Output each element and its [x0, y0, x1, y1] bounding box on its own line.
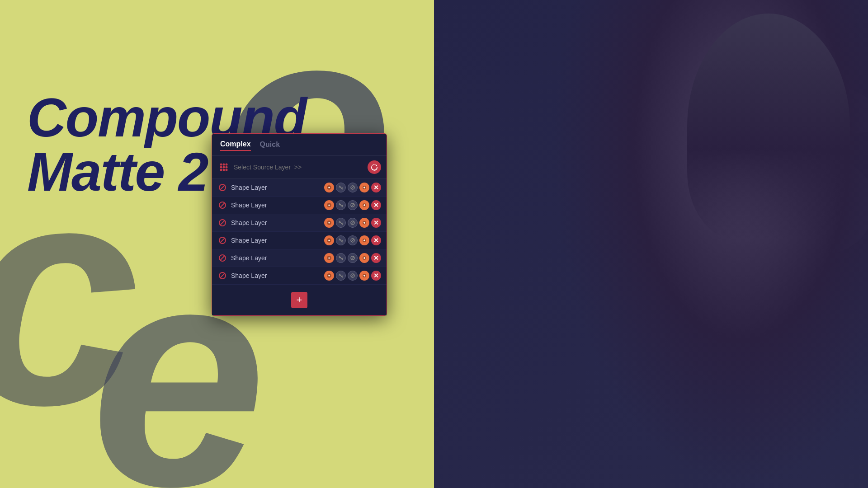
tab-complex[interactable]: Complex [220, 140, 251, 151]
svg-line-12 [339, 186, 343, 189]
layer-row: Shape Layer ✕ [212, 179, 387, 197]
layer-icon [217, 218, 227, 228]
layer-actions: ✕ [324, 253, 381, 263]
action-btn-3[interactable] [348, 218, 358, 228]
layers-list: Shape Layer ✕ [212, 179, 387, 285]
action-btn-1[interactable] [324, 271, 334, 281]
layer-row: Shape Layer ✕ [212, 267, 387, 285]
layer-name: Shape Layer [231, 272, 321, 279]
svg-point-8 [226, 169, 228, 171]
svg-line-38 [220, 256, 225, 260]
action-btn-2[interactable] [336, 253, 346, 263]
action-btn-4[interactable] [359, 218, 369, 228]
layer-row: Shape Layer ✕ [212, 197, 387, 214]
action-btn-1[interactable] [324, 253, 334, 263]
action-btn-2[interactable] [336, 235, 346, 245]
svg-point-3 [220, 166, 222, 169]
svg-line-17 [220, 203, 225, 207]
svg-point-2 [226, 164, 228, 166]
action-btn-close[interactable]: ✕ [371, 271, 381, 281]
layer-icon [217, 253, 227, 263]
svg-point-7 [223, 169, 225, 171]
layer-row: Shape Layer ✕ [212, 249, 387, 267]
action-btn-3[interactable] [348, 253, 358, 263]
source-layer-input[interactable] [234, 164, 364, 171]
action-btn-3[interactable] [348, 200, 358, 210]
svg-point-5 [226, 166, 228, 169]
layer-name: Shape Layer [231, 254, 321, 262]
svg-point-1 [223, 164, 225, 166]
action-btn-2[interactable] [336, 183, 346, 192]
layer-name: Shape Layer [231, 202, 321, 209]
action-btn-close[interactable]: ✕ [371, 183, 381, 192]
layer-actions: ✕ [324, 183, 381, 192]
action-btn-4[interactable] [359, 183, 369, 192]
svg-line-14 [351, 186, 354, 189]
action-btn-1[interactable] [324, 218, 334, 228]
layer-name: Shape Layer [231, 184, 321, 191]
svg-line-42 [351, 257, 354, 259]
source-layer-row [212, 156, 387, 179]
svg-line-47 [339, 274, 343, 277]
action-btn-1[interactable] [324, 183, 334, 192]
action-btn-2[interactable] [336, 200, 346, 210]
svg-point-0 [220, 164, 222, 166]
svg-line-24 [220, 221, 225, 225]
layer-icon [217, 235, 227, 245]
dots-icon [217, 161, 230, 174]
svg-line-49 [351, 274, 354, 277]
plugin-panel: Complex Quick [212, 133, 387, 316]
action-btn-close[interactable]: ✕ [371, 218, 381, 228]
action-btn-3[interactable] [348, 271, 358, 281]
action-btn-close[interactable]: ✕ [371, 235, 381, 245]
svg-line-33 [339, 239, 343, 242]
action-btn-2[interactable] [336, 218, 346, 228]
layer-actions: ✕ [324, 200, 381, 210]
layer-icon [217, 183, 227, 192]
person-head-shape [687, 14, 850, 239]
tab-quick[interactable]: Quick [260, 141, 280, 150]
svg-line-21 [351, 204, 354, 206]
layer-actions: ✕ [324, 235, 381, 245]
action-btn-1[interactable] [324, 235, 334, 245]
layer-name: Shape Layer [231, 237, 321, 244]
layer-actions: ✕ [324, 218, 381, 228]
svg-line-45 [220, 273, 225, 278]
layer-actions: ✕ [324, 271, 381, 281]
action-btn-3[interactable] [348, 183, 358, 192]
layer-icon [217, 271, 227, 281]
portrait-overlay: s [434, 0, 868, 488]
panel-tabs: Complex Quick [212, 134, 387, 156]
action-btn-4[interactable] [359, 235, 369, 245]
layer-row: Shape Layer ✕ [212, 232, 387, 249]
svg-line-40 [339, 256, 343, 260]
action-btn-close[interactable]: ✕ [371, 200, 381, 210]
layer-row: Shape Layer ✕ [212, 214, 387, 232]
action-btn-close[interactable]: ✕ [371, 253, 381, 263]
svg-point-4 [223, 166, 225, 169]
action-btn-3[interactable] [348, 235, 358, 245]
add-layer-row: + [212, 285, 387, 315]
layer-name: Shape Layer [231, 219, 321, 226]
action-btn-4[interactable] [359, 253, 369, 263]
add-layer-button[interactable]: + [291, 292, 307, 308]
svg-line-26 [339, 221, 343, 225]
layer-icon [217, 200, 227, 210]
svg-line-31 [220, 238, 225, 243]
svg-line-10 [220, 185, 225, 190]
svg-line-28 [351, 221, 354, 224]
action-btn-2[interactable] [336, 271, 346, 281]
action-btn-4[interactable] [359, 200, 369, 210]
svg-line-35 [351, 239, 354, 242]
action-btn-4[interactable] [359, 271, 369, 281]
refresh-button[interactable] [368, 160, 381, 174]
svg-line-19 [339, 203, 343, 207]
action-btn-1[interactable] [324, 200, 334, 210]
svg-point-6 [220, 169, 222, 171]
